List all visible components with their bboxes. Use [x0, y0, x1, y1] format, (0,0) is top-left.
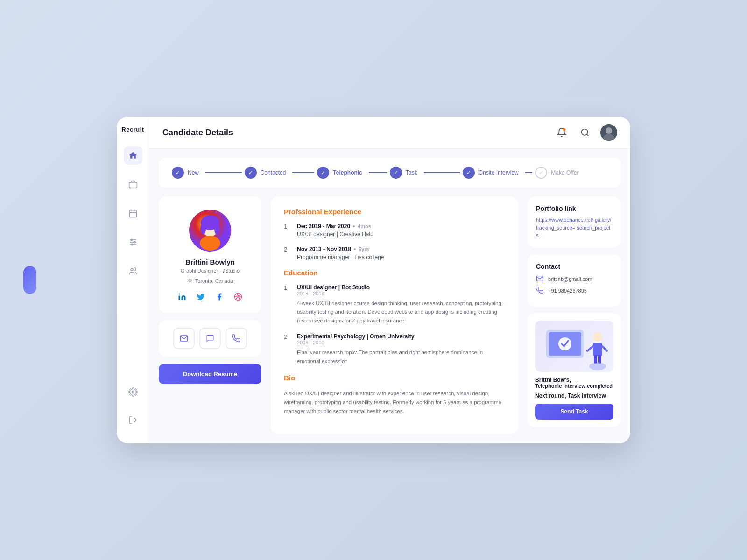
contact-phone-text: +91 9894267895 — [548, 288, 587, 294]
contact-phone[interactable]: +91 9894267895 — [536, 287, 613, 295]
chat-button[interactable] — [199, 328, 221, 349]
edu-years-1: 2018 - 2019 — [297, 291, 505, 296]
content-area: Brittini Bowlyn Graphi Designer | 7Studi… — [149, 187, 630, 443]
sidebar: Recruit — [117, 117, 149, 443]
step-offer-label: Make Offer — [551, 169, 578, 176]
step-new[interactable]: ✓ New — [172, 167, 245, 179]
interview-status-text: Telephonic interview completed — [535, 383, 613, 389]
edu-desc-2: Final year research topic: The portrait … — [297, 348, 505, 365]
app-container: Recruit — [117, 117, 630, 443]
candidate-photo — [189, 210, 231, 252]
sidebar-item-users[interactable] — [124, 262, 142, 280]
linkedin-icon[interactable] — [176, 290, 189, 303]
header: Candidate Details — [149, 117, 630, 149]
step-onsite[interactable]: ✓ Onsite Interview — [463, 167, 536, 179]
svg-rect-37 — [594, 355, 597, 364]
portfolio-title: Portfolio link — [536, 205, 613, 212]
notification-bell-icon[interactable] — [554, 125, 570, 140]
svg-point-15 — [582, 129, 588, 135]
step-telephonic-label: Telephonic — [333, 169, 362, 176]
bio-text: A skilled UX/UI designer and illustrator… — [284, 389, 505, 416]
step-contacted[interactable]: ✓ Contacted — [245, 167, 317, 179]
step-contacted-label: Contacted — [261, 169, 286, 176]
svg-point-8 — [131, 239, 132, 240]
email-button[interactable] — [173, 328, 195, 349]
portfolio-link[interactable]: https://www.behance.net/ gallery/ tracki… — [536, 216, 613, 239]
svg-line-40 — [602, 346, 607, 351]
exp-item-2: 2 Nov 2013 - Nov 2018 5yrs Programme man… — [284, 246, 505, 260]
page-title: Candidate Details — [162, 128, 233, 138]
candidate-name: Brittini Bowlyn — [185, 258, 235, 266]
svg-rect-38 — [598, 355, 601, 364]
svg-point-25 — [200, 236, 220, 251]
location-text: Toronto, Canada — [195, 278, 233, 284]
step-offer[interactable]: ✓ Make Offer — [535, 167, 608, 179]
sidebar-item-logout[interactable] — [124, 411, 142, 429]
action-buttons — [159, 320, 261, 357]
header-actions — [554, 124, 617, 141]
svg-point-24 — [214, 224, 220, 235]
svg-point-10 — [131, 244, 133, 245]
svg-point-23 — [200, 224, 206, 235]
edu-num-1: 1 — [284, 284, 290, 325]
svg-point-35 — [593, 332, 602, 342]
step-task-check: ✓ — [390, 167, 402, 179]
portfolio-card: Portfolio link https://www.behance.net/ … — [528, 196, 621, 248]
svg-rect-1 — [129, 210, 136, 217]
svg-rect-36 — [593, 343, 602, 356]
download-resume-button[interactable]: Download Resume — [159, 364, 261, 384]
contact-title: Contact — [536, 263, 613, 270]
main-content: Candidate Details — [149, 117, 630, 443]
svg-rect-27 — [190, 279, 192, 280]
candidate-card: Brittini Bowlyn Graphi Designer | 7Studi… — [159, 196, 261, 313]
right-panel: Portfolio link https://www.behance.net/ … — [528, 196, 621, 434]
twitter-icon[interactable] — [194, 290, 207, 303]
sidebar-item-settings[interactable] — [124, 383, 142, 401]
candidate-title: Graphi Designer | 7Studio — [181, 268, 240, 273]
decorative-blob-blue — [23, 266, 36, 294]
contact-email[interactable]: brittinb@gmail.com — [536, 275, 613, 283]
social-links — [176, 290, 245, 303]
svg-line-16 — [587, 134, 589, 136]
svg-point-18 — [606, 127, 612, 134]
edu-role-2: Experimental Psychology | Omen Universit… — [297, 333, 505, 340]
sidebar-item-calendar[interactable] — [124, 204, 142, 223]
avatar[interactable] — [600, 124, 617, 141]
email-contact-icon — [536, 275, 544, 283]
svg-rect-29 — [190, 281, 192, 282]
svg-point-14 — [563, 128, 566, 131]
exp-role-1: UX/UI designer | Creative Halo — [297, 231, 374, 238]
sidebar-item-filters[interactable] — [124, 233, 142, 252]
phone-button[interactable] — [226, 328, 247, 349]
search-icon[interactable] — [577, 125, 593, 140]
interview-candidate-name: Brittni Bow's, — [535, 377, 613, 383]
step-telephonic-check: ✓ — [317, 167, 329, 179]
step-new-check: ✓ — [172, 167, 184, 179]
edu-years-2: 2006 - 2010 — [297, 340, 505, 345]
step-telephonic[interactable]: ✓ Telephonic — [317, 167, 390, 179]
send-task-button[interactable]: Send Task — [535, 404, 613, 420]
education-title: Education — [284, 269, 505, 277]
facebook-icon[interactable] — [213, 290, 226, 303]
exp-item-1: 1 Dec 2019 - Mar 2020 4mos UX/UI designe… — [284, 223, 505, 238]
app-logo: Recruit — [121, 126, 144, 133]
step-task[interactable]: ✓ Task — [390, 167, 463, 179]
svg-line-39 — [587, 346, 593, 351]
left-panel: Brittini Bowlyn Graphi Designer | 7Studi… — [159, 196, 261, 434]
sidebar-bottom — [124, 383, 142, 429]
edu-num-2: 2 — [284, 333, 290, 365]
step-offer-check: ✓ — [535, 167, 547, 179]
step-onsite-label: Onsite Interview — [479, 169, 519, 176]
sidebar-item-jobs[interactable] — [124, 175, 142, 194]
sidebar-item-home[interactable] — [124, 146, 142, 165]
svg-point-30 — [179, 294, 180, 295]
next-round-text: Next round, Task interview — [535, 392, 613, 399]
step-task-label: Task — [406, 169, 417, 176]
svg-point-12 — [132, 391, 134, 393]
contact-email-text: brittinb@gmail.com — [548, 276, 592, 282]
dribbble-icon[interactable] — [232, 290, 245, 303]
interview-card: Brittni Bow's, Telephonic interview comp… — [528, 313, 621, 427]
svg-rect-28 — [188, 281, 190, 282]
exp-date-2: Nov 2013 - Nov 2018 5yrs — [297, 246, 384, 252]
edu-role-1: UX/UI designer | Bot Studio — [297, 284, 505, 291]
